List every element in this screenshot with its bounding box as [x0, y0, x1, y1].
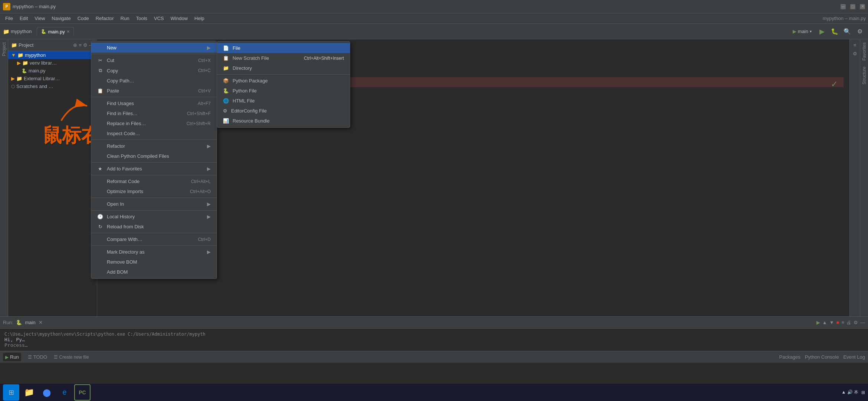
- run-print-btn[interactable]: 🖨: [846, 320, 851, 325]
- maximize-button[interactable]: □: [850, 4, 855, 9]
- ctx-inspect-code[interactable]: Inspect Code…: [91, 128, 217, 138]
- taskbar-chrome[interactable]: ⬤: [39, 384, 55, 401]
- menu-window[interactable]: Window: [168, 14, 191, 22]
- window-controls: ─ □ ✕: [841, 4, 865, 9]
- run-play-btn[interactable]: ▶: [816, 320, 820, 325]
- checkmark-icon: ✓: [831, 79, 838, 89]
- close-run-panel[interactable]: ✕: [39, 320, 43, 325]
- project-tab-label[interactable]: Project: [0, 39, 8, 59]
- title-bar: P mypython – main.py ─ □ ✕: [0, 0, 868, 13]
- bottom-tabs-right: Packages Python Console Event Log: [779, 354, 865, 360]
- taskbar: ⊞ 📁 ⬤ e PC ▲ 🔊 本 ⊞: [0, 383, 868, 401]
- run-stop-btn[interactable]: ■: [836, 320, 839, 325]
- run-list-btn[interactable]: ≡: [841, 320, 844, 325]
- todo-tab[interactable]: ☰ TODO: [26, 353, 49, 361]
- submenu-python-package[interactable]: 📦 Python Package: [217, 76, 350, 86]
- run-settings-btn[interactable]: ⚙: [854, 320, 858, 325]
- menu-file[interactable]: File: [2, 14, 16, 22]
- submenu-resource-bundle[interactable]: 📊 Resource Bundle: [217, 116, 350, 126]
- submenu-directory[interactable]: 📁 Directory: [217, 63, 350, 73]
- project-name: mypython: [11, 29, 32, 34]
- menu-view[interactable]: View: [32, 14, 48, 22]
- ctx-compare[interactable]: Compare With… Ctrl+D: [91, 234, 217, 244]
- ctx-reformat[interactable]: Reformat Code Ctrl+Alt+L: [91, 176, 217, 186]
- menu-help[interactable]: Help: [191, 14, 207, 22]
- tab-bar: 🐍 main.py ✕: [37, 27, 74, 36]
- taskbar-clock: ⊞: [861, 390, 865, 395]
- menu-run[interactable]: Run: [118, 14, 132, 22]
- new-submenu: 📄 File 📋 New Scratch File Ctrl+Alt+Shift…: [217, 41, 350, 128]
- menu-tools[interactable]: Tools: [133, 14, 150, 22]
- structure-label[interactable]: Structure: [860, 63, 868, 88]
- right-icon-1[interactable]: ≡: [854, 42, 857, 48]
- panel-add-icon[interactable]: ⊕: [73, 42, 77, 48]
- toolbar: 📁 mypython 🐍 main.py ✕ ▶ main ▾ ▶ 🐛 🔍 ⚙: [0, 24, 868, 39]
- taskbar-edge[interactable]: e: [56, 384, 73, 401]
- create-new-file-label[interactable]: ☰ Create new file: [54, 355, 89, 360]
- run-panel-header: Run: 🐍 main ✕ ▶ ▲ ▼ ■ ≡ 🖨 ⚙ —: [0, 317, 868, 329]
- ctx-new[interactable]: New ▶ 📄 File 📋 New Scratch File Ctrl+Alt…: [91, 43, 217, 53]
- tree-item-mypython[interactable]: ▼ 📁 mypython: [8, 51, 97, 59]
- run-tab[interactable]: ▶ Run: [3, 353, 21, 361]
- run-up-btn[interactable]: ▲: [822, 320, 827, 325]
- ctx-add-bom[interactable]: Add BOM: [91, 267, 217, 277]
- project-panel: 📁 Project ⊕ ≡ ⚙ — ▼ 📁 mypython ▶ 📁 venv …: [8, 39, 97, 316]
- ctx-clean-compiled[interactable]: Clean Python Compiled Files: [91, 151, 217, 161]
- taskbar-explorer[interactable]: 📁: [21, 384, 37, 401]
- ctx-copy-path[interactable]: Copy Path…: [91, 76, 217, 86]
- toolbar-right: ▶ main ▾ ▶ 🐛 🔍 ⚙: [790, 26, 865, 37]
- system-tray: ▲ 🔊 本: [841, 389, 858, 395]
- bottom-tabs: ▶ Run ☰ TODO ☰ Create new file Packages …: [0, 351, 868, 363]
- tree-item-venv[interactable]: ▶ 📁 venv librar…: [8, 59, 97, 67]
- ctx-find-files[interactable]: Find in Files… Ctrl+Shift+F: [91, 108, 217, 118]
- close-tab-icon[interactable]: ✕: [66, 29, 70, 34]
- run-button[interactable]: ▶: [817, 26, 827, 37]
- submenu-python-file[interactable]: 🐍 Python File: [217, 86, 350, 96]
- ctx-cut[interactable]: ✂ Cut Ctrl+X: [91, 55, 217, 65]
- tree-item-main-py[interactable]: 🐍 main.py: [8, 67, 97, 75]
- tree-item-external[interactable]: ▶ 📁 External Librar…: [8, 75, 97, 82]
- menu-edit[interactable]: Edit: [17, 14, 31, 22]
- submenu-scratch[interactable]: 📋 New Scratch File Ctrl+Alt+Shift+Insert: [217, 53, 350, 63]
- ctx-remove-bom[interactable]: Remove BOM: [91, 257, 217, 267]
- ctx-refactor[interactable]: Refactor ▶: [91, 141, 217, 151]
- tab-main-py[interactable]: 🐍 main.py ✕: [37, 27, 74, 36]
- debug-button[interactable]: 🐛: [829, 26, 840, 37]
- ctx-optimize[interactable]: Optimize Imports Ctrl+Alt+O: [91, 186, 217, 196]
- panel-collapse-icon[interactable]: ≡: [79, 42, 82, 48]
- favorites-label[interactable]: Favorites: [860, 39, 868, 63]
- app-icon: P: [3, 3, 10, 10]
- minimize-button[interactable]: ─: [841, 4, 846, 9]
- project-name-area: 📁 mypython: [3, 29, 32, 35]
- settings-button[interactable]: ⚙: [855, 26, 865, 37]
- submenu-html-file[interactable]: 🌐 HTML File: [217, 96, 350, 106]
- taskbar-right: ▲ 🔊 本 ⊞: [841, 389, 865, 395]
- ctx-mark-dir[interactable]: Mark Directory as ▶: [91, 247, 217, 257]
- run-panel-controls: ▶ ▲ ▼ ■ ≡ 🖨 ⚙ —: [816, 320, 865, 325]
- ctx-reload[interactable]: ↻ Reload from Disk: [91, 222, 217, 232]
- tree-item-scratches[interactable]: ⬡ Scratches and …: [8, 82, 97, 90]
- submenu-editorconfig[interactable]: ⚙ EditorConfig File: [217, 106, 350, 116]
- menu-navigate[interactable]: Navigate: [49, 14, 73, 22]
- ctx-paste[interactable]: 📋 Paste Ctrl+V: [91, 86, 217, 96]
- panel-settings-icon[interactable]: ⚙: [83, 42, 88, 48]
- run-minimize-btn[interactable]: —: [860, 320, 865, 325]
- run-config-dropdown[interactable]: ▶ main ▾: [790, 26, 815, 37]
- menu-code[interactable]: Code: [75, 14, 92, 22]
- ctx-find-usages[interactable]: Find Usages Alt+F7: [91, 98, 217, 108]
- run-down-btn[interactable]: ▼: [829, 320, 834, 325]
- ctx-add-favorites[interactable]: ★ Add to Favorites ▶: [91, 164, 217, 174]
- taskbar-pycharm[interactable]: PC: [74, 384, 91, 401]
- start-button[interactable]: ⊞: [3, 384, 19, 401]
- menu-vcs[interactable]: VCS: [151, 14, 167, 22]
- ctx-copy[interactable]: ⧉ Copy Ctrl+C: [91, 65, 217, 76]
- ctx-replace-files[interactable]: Replace in Files… Ctrl+Shift+R: [91, 118, 217, 128]
- favorites-strip: Favorites Structure: [860, 39, 868, 316]
- right-icon-2[interactable]: ⚙: [853, 51, 857, 56]
- ctx-open-in[interactable]: Open In ▶: [91, 199, 217, 209]
- close-button[interactable]: ✕: [860, 4, 865, 9]
- submenu-file[interactable]: 📄 File: [217, 43, 350, 53]
- menu-refactor[interactable]: Refactor: [93, 14, 117, 22]
- ctx-local-history[interactable]: 🕐 Local History ▶: [91, 212, 217, 222]
- search-button[interactable]: 🔍: [842, 26, 852, 37]
